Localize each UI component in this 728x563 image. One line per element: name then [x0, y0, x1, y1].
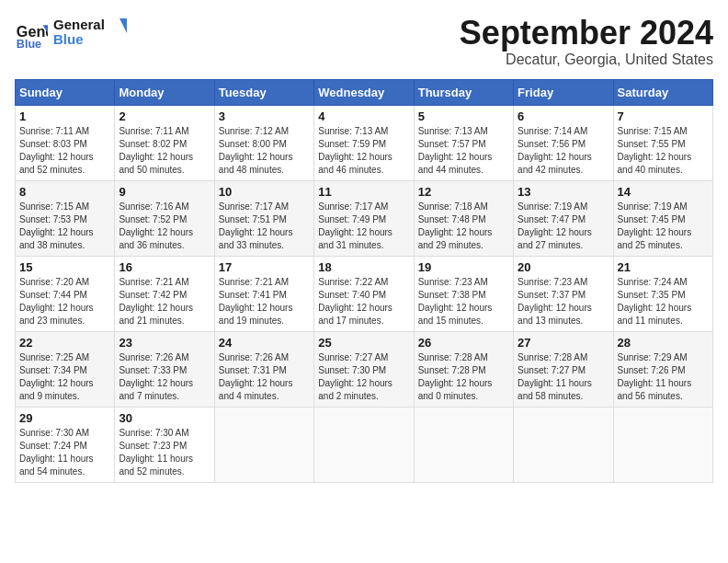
week-row-5: 29 Sunrise: 7:30 AMSunset: 7:24 PMDaylig…	[16, 407, 713, 482]
calendar-cell: 6 Sunrise: 7:14 AMSunset: 7:56 PMDayligh…	[514, 105, 613, 180]
calendar-cell: 15 Sunrise: 7:20 AMSunset: 7:44 PMDaylig…	[16, 256, 115, 331]
title-area: September 2024 Decatur, Georgia, United …	[460, 15, 713, 68]
day-info: Sunrise: 7:27 AMSunset: 7:30 PMDaylight:…	[318, 351, 409, 403]
day-number: 23	[119, 336, 210, 350]
header: General Blue General Blue September 2024…	[15, 15, 713, 68]
calendar-cell: 28 Sunrise: 7:29 AMSunset: 7:26 PMDaylig…	[613, 331, 712, 407]
day-number: 26	[418, 336, 509, 350]
day-info: Sunrise: 7:17 AMSunset: 7:51 PMDaylight:…	[219, 201, 310, 252]
day-number: 12	[418, 185, 509, 199]
day-number: 3	[219, 109, 310, 123]
day-info: Sunrise: 7:22 AMSunset: 7:40 PMDaylight:…	[318, 276, 409, 327]
day-number: 30	[119, 411, 210, 425]
day-info: Sunrise: 7:28 AMSunset: 7:28 PMDaylight:…	[418, 351, 509, 403]
day-info: Sunrise: 7:15 AMSunset: 7:53 PMDaylight:…	[19, 201, 110, 252]
day-number: 10	[219, 185, 310, 199]
day-info: Sunrise: 7:16 AMSunset: 7:52 PMDaylight:…	[119, 201, 210, 252]
location-title: Decatur, Georgia, United States	[460, 52, 713, 68]
day-info: Sunrise: 7:21 AMSunset: 7:41 PMDaylight:…	[219, 276, 310, 327]
day-info: Sunrise: 7:26 AMSunset: 7:33 PMDaylight:…	[119, 351, 210, 403]
day-number: 1	[19, 109, 110, 123]
calendar-cell	[613, 407, 712, 482]
calendar-cell: 20 Sunrise: 7:23 AMSunset: 7:37 PMDaylig…	[514, 256, 613, 331]
logo: General Blue General Blue	[15, 15, 127, 55]
header-monday: Monday	[115, 79, 214, 105]
calendar-cell: 4 Sunrise: 7:13 AMSunset: 7:59 PMDayligh…	[314, 105, 414, 180]
calendar-cell: 16 Sunrise: 7:21 AMSunset: 7:42 PMDaylig…	[115, 256, 214, 331]
day-info: Sunrise: 7:17 AMSunset: 7:49 PMDaylight:…	[318, 201, 409, 252]
calendar-cell: 8 Sunrise: 7:15 AMSunset: 7:53 PMDayligh…	[16, 180, 115, 256]
day-info: Sunrise: 7:20 AMSunset: 7:44 PMDaylight:…	[19, 276, 110, 327]
calendar-cell: 9 Sunrise: 7:16 AMSunset: 7:52 PMDayligh…	[115, 180, 214, 256]
day-number: 2	[119, 109, 210, 123]
day-number: 28	[618, 336, 709, 350]
header-tuesday: Tuesday	[214, 79, 313, 105]
day-info: Sunrise: 7:13 AMSunset: 7:59 PMDaylight:…	[318, 125, 409, 177]
calendar-cell: 10 Sunrise: 7:17 AMSunset: 7:51 PMDaylig…	[214, 180, 313, 256]
header-saturday: Saturday	[613, 79, 712, 105]
day-number: 4	[318, 109, 409, 123]
calendar-cell: 12 Sunrise: 7:18 AMSunset: 7:48 PMDaylig…	[414, 180, 513, 256]
day-number: 18	[318, 260, 409, 274]
calendar-header: SundayMondayTuesdayWednesdayThursdayFrid…	[16, 79, 713, 105]
day-number: 7	[618, 109, 709, 123]
calendar-cell: 19 Sunrise: 7:23 AMSunset: 7:38 PMDaylig…	[414, 256, 513, 331]
calendar-body: 1 Sunrise: 7:11 AMSunset: 8:03 PMDayligh…	[16, 105, 713, 482]
logo-text: General Blue	[53, 15, 127, 55]
header-thursday: Thursday	[414, 79, 513, 105]
calendar-cell: 7 Sunrise: 7:15 AMSunset: 7:55 PMDayligh…	[613, 105, 712, 180]
day-number: 22	[19, 336, 110, 350]
day-number: 27	[518, 336, 609, 350]
week-row-2: 8 Sunrise: 7:15 AMSunset: 7:53 PMDayligh…	[16, 180, 713, 256]
day-info: Sunrise: 7:11 AMSunset: 8:03 PMDaylight:…	[19, 125, 110, 177]
calendar-cell	[514, 407, 613, 482]
day-number: 8	[19, 185, 110, 199]
header-wednesday: Wednesday	[314, 79, 414, 105]
calendar-cell: 1 Sunrise: 7:11 AMSunset: 8:03 PMDayligh…	[16, 105, 115, 180]
svg-marker-5	[119, 18, 127, 33]
day-number: 13	[518, 185, 609, 199]
day-info: Sunrise: 7:14 AMSunset: 7:56 PMDaylight:…	[518, 125, 609, 177]
header-friday: Friday	[514, 79, 613, 105]
calendar-cell: 11 Sunrise: 7:17 AMSunset: 7:49 PMDaylig…	[314, 180, 414, 256]
day-number: 25	[318, 336, 409, 350]
day-number: 29	[19, 411, 110, 425]
day-number: 17	[219, 260, 310, 274]
day-number: 14	[618, 185, 709, 199]
svg-text:General: General	[53, 17, 105, 32]
day-number: 11	[318, 185, 409, 199]
calendar-cell: 17 Sunrise: 7:21 AMSunset: 7:41 PMDaylig…	[214, 256, 313, 331]
day-info: Sunrise: 7:19 AMSunset: 7:47 PMDaylight:…	[518, 201, 609, 252]
day-info: Sunrise: 7:13 AMSunset: 7:57 PMDaylight:…	[418, 125, 509, 177]
day-info: Sunrise: 7:21 AMSunset: 7:42 PMDaylight:…	[119, 276, 210, 327]
calendar-cell: 26 Sunrise: 7:28 AMSunset: 7:28 PMDaylig…	[414, 331, 513, 407]
header-sunday: Sunday	[16, 79, 115, 105]
calendar-cell: 22 Sunrise: 7:25 AMSunset: 7:34 PMDaylig…	[16, 331, 115, 407]
day-info: Sunrise: 7:26 AMSunset: 7:31 PMDaylight:…	[219, 351, 310, 403]
day-info: Sunrise: 7:25 AMSunset: 7:34 PMDaylight:…	[19, 351, 110, 403]
calendar-cell: 21 Sunrise: 7:24 AMSunset: 7:35 PMDaylig…	[613, 256, 712, 331]
month-title: September 2024	[460, 15, 713, 52]
day-number: 16	[119, 260, 210, 274]
day-info: Sunrise: 7:30 AMSunset: 7:24 PMDaylight:…	[19, 427, 110, 478]
day-info: Sunrise: 7:23 AMSunset: 7:38 PMDaylight:…	[418, 276, 509, 327]
day-number: 24	[219, 336, 310, 350]
day-info: Sunrise: 7:19 AMSunset: 7:45 PMDaylight:…	[618, 201, 709, 252]
calendar-cell: 18 Sunrise: 7:22 AMSunset: 7:40 PMDaylig…	[314, 256, 414, 331]
day-info: Sunrise: 7:23 AMSunset: 7:37 PMDaylight:…	[518, 276, 609, 327]
calendar-cell: 13 Sunrise: 7:19 AMSunset: 7:47 PMDaylig…	[514, 180, 613, 256]
svg-text:Blue: Blue	[53, 31, 84, 47]
day-number: 21	[618, 260, 709, 274]
calendar-cell: 25 Sunrise: 7:27 AMSunset: 7:30 PMDaylig…	[314, 331, 414, 407]
calendar-cell: 30 Sunrise: 7:30 AMSunset: 7:23 PMDaylig…	[115, 407, 214, 482]
day-info: Sunrise: 7:12 AMSunset: 8:00 PMDaylight:…	[219, 125, 310, 177]
day-number: 15	[19, 260, 110, 274]
calendar-cell: 23 Sunrise: 7:26 AMSunset: 7:33 PMDaylig…	[115, 331, 214, 407]
day-number: 9	[119, 185, 210, 199]
week-row-1: 1 Sunrise: 7:11 AMSunset: 8:03 PMDayligh…	[16, 105, 713, 180]
logo-icon: General Blue	[15, 18, 48, 52]
calendar-table: SundayMondayTuesdayWednesdayThursdayFrid…	[15, 79, 713, 483]
day-number: 19	[418, 260, 509, 274]
calendar-cell: 24 Sunrise: 7:26 AMSunset: 7:31 PMDaylig…	[214, 331, 313, 407]
day-number: 6	[518, 109, 609, 123]
